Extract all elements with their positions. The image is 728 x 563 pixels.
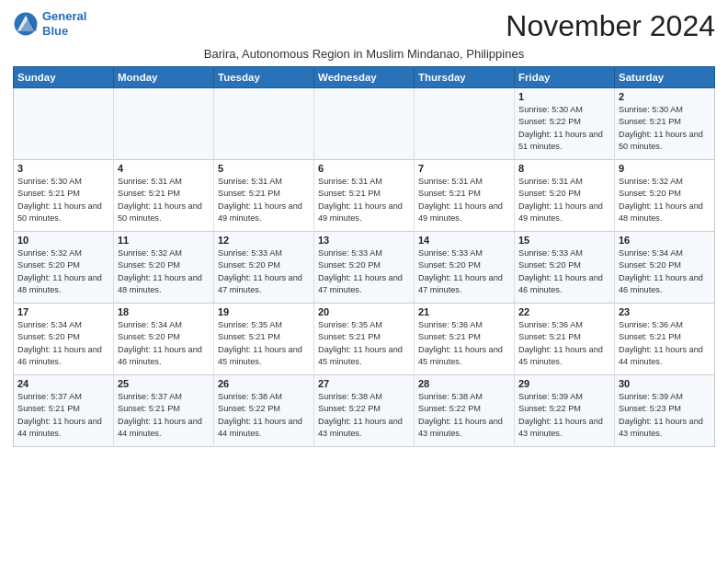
day-info-line: Daylight: 11 hours and 43 minutes. xyxy=(318,416,410,441)
calendar-cell: 13Sunrise: 5:33 AMSunset: 5:20 PMDayligh… xyxy=(314,232,415,304)
day-info-line: Daylight: 11 hours and 49 minutes. xyxy=(218,201,310,225)
day-number: 27 xyxy=(318,378,410,389)
day-info-line: Sunset: 5:21 PM xyxy=(17,403,109,415)
day-info-line: Sunset: 5:21 PM xyxy=(619,331,711,343)
day-info-line: Daylight: 11 hours and 49 minutes. xyxy=(518,201,610,225)
day-info-line: Daylight: 11 hours and 49 minutes. xyxy=(418,201,510,225)
day-info-line: Sunset: 5:21 PM xyxy=(218,188,310,200)
weekday-header-tuesday: Tuesday xyxy=(214,67,314,88)
day-info: Sunrise: 5:33 AMSunset: 5:20 PMDaylight:… xyxy=(518,247,610,296)
day-info-line: Daylight: 11 hours and 46 minutes. xyxy=(17,344,109,369)
day-info-line: Sunrise: 5:32 AM xyxy=(118,247,210,259)
day-info-line: Sunset: 5:22 PM xyxy=(218,403,310,415)
day-info-line: Sunset: 5:20 PM xyxy=(619,188,711,200)
calendar-cell: 1Sunrise: 5:30 AMSunset: 5:22 PMDaylight… xyxy=(515,88,615,160)
logo: General Blue xyxy=(13,9,86,38)
day-info-line: Sunrise: 5:33 AM xyxy=(318,247,410,259)
day-info-line: Sunrise: 5:34 AM xyxy=(118,319,210,331)
header: General Blue November 2024 xyxy=(13,9,715,43)
day-info-line: Sunrise: 5:36 AM xyxy=(619,319,711,331)
day-info-line: Sunrise: 5:33 AM xyxy=(418,247,510,259)
calendar-cell: 21Sunrise: 5:36 AMSunset: 5:21 PMDayligh… xyxy=(415,304,515,375)
day-info-line: Daylight: 11 hours and 46 minutes. xyxy=(118,344,210,369)
calendar-week-2: 3Sunrise: 5:30 AMSunset: 5:21 PMDaylight… xyxy=(14,160,715,232)
day-info-line: Sunrise: 5:37 AM xyxy=(17,391,109,403)
calendar-cell: 24Sunrise: 5:37 AMSunset: 5:21 PMDayligh… xyxy=(14,375,114,447)
calendar-cell: 10Sunrise: 5:32 AMSunset: 5:20 PMDayligh… xyxy=(14,232,114,304)
day-info-line: Sunset: 5:20 PM xyxy=(619,259,711,271)
calendar-cell: 27Sunrise: 5:38 AMSunset: 5:22 PMDayligh… xyxy=(314,375,415,447)
day-number: 24 xyxy=(17,378,109,389)
weekday-header-wednesday: Wednesday xyxy=(314,67,415,88)
day-info-line: Daylight: 11 hours and 44 minutes. xyxy=(17,416,109,441)
day-info-line: Sunset: 5:21 PM xyxy=(619,116,711,128)
day-number: 21 xyxy=(418,306,510,317)
calendar-week-4: 17Sunrise: 5:34 AMSunset: 5:20 PMDayligh… xyxy=(14,304,715,375)
day-info-line: Sunrise: 5:37 AM xyxy=(118,391,210,403)
day-info-line: Daylight: 11 hours and 47 minutes. xyxy=(418,272,510,297)
day-info: Sunrise: 5:37 AMSunset: 5:21 PMDaylight:… xyxy=(118,391,210,440)
calendar-cell xyxy=(14,88,114,160)
calendar-cell: 16Sunrise: 5:34 AMSunset: 5:20 PMDayligh… xyxy=(615,232,715,304)
weekday-header-row: SundayMondayTuesdayWednesdayThursdayFrid… xyxy=(14,67,715,88)
calendar-cell xyxy=(214,88,314,160)
day-info-line: Daylight: 11 hours and 49 minutes. xyxy=(318,201,410,225)
day-info: Sunrise: 5:34 AMSunset: 5:20 PMDaylight:… xyxy=(17,319,109,368)
logo-line1: General xyxy=(42,9,86,23)
calendar-cell xyxy=(114,88,214,160)
day-number: 25 xyxy=(118,378,210,389)
day-info: Sunrise: 5:39 AMSunset: 5:22 PMDaylight:… xyxy=(518,391,610,440)
day-info: Sunrise: 5:31 AMSunset: 5:21 PMDaylight:… xyxy=(118,176,210,224)
day-info-line: Sunset: 5:21 PM xyxy=(218,331,310,343)
day-info: Sunrise: 5:35 AMSunset: 5:21 PMDaylight:… xyxy=(318,319,410,368)
calendar-cell: 23Sunrise: 5:36 AMSunset: 5:21 PMDayligh… xyxy=(615,304,715,375)
day-info-line: Daylight: 11 hours and 46 minutes. xyxy=(619,272,711,297)
day-info-line: Daylight: 11 hours and 43 minutes. xyxy=(619,416,711,441)
day-info-line: Sunrise: 5:38 AM xyxy=(318,391,410,403)
calendar-cell xyxy=(314,88,415,160)
day-info-line: Daylight: 11 hours and 51 minutes. xyxy=(518,129,610,154)
calendar-cell: 2Sunrise: 5:30 AMSunset: 5:21 PMDaylight… xyxy=(615,88,715,160)
calendar-cell: 5Sunrise: 5:31 AMSunset: 5:21 PMDaylight… xyxy=(214,160,314,232)
month-title: November 2024 xyxy=(506,9,715,43)
day-info-line: Sunset: 5:21 PM xyxy=(318,188,410,200)
weekday-header-sunday: Sunday xyxy=(14,67,114,88)
day-info-line: Sunset: 5:22 PM xyxy=(318,403,410,415)
day-info-line: Sunset: 5:21 PM xyxy=(118,403,210,415)
calendar-cell: 17Sunrise: 5:34 AMSunset: 5:20 PMDayligh… xyxy=(14,304,114,375)
calendar-cell: 29Sunrise: 5:39 AMSunset: 5:22 PMDayligh… xyxy=(515,375,615,447)
day-info-line: Sunset: 5:21 PM xyxy=(418,331,510,343)
calendar-cell: 30Sunrise: 5:39 AMSunset: 5:23 PMDayligh… xyxy=(615,375,715,447)
day-info: Sunrise: 5:35 AMSunset: 5:21 PMDaylight:… xyxy=(218,319,310,368)
day-info: Sunrise: 5:33 AMSunset: 5:20 PMDaylight:… xyxy=(318,247,410,296)
day-info-line: Sunrise: 5:30 AM xyxy=(17,176,109,188)
day-number: 23 xyxy=(619,306,711,317)
calendar-cell xyxy=(415,88,515,160)
day-info: Sunrise: 5:36 AMSunset: 5:21 PMDaylight:… xyxy=(518,319,610,368)
day-info-line: Sunset: 5:20 PM xyxy=(17,331,109,343)
day-info: Sunrise: 5:31 AMSunset: 5:20 PMDaylight:… xyxy=(518,176,610,224)
day-info-line: Daylight: 11 hours and 45 minutes. xyxy=(218,344,310,369)
day-info-line: Sunset: 5:21 PM xyxy=(518,331,610,343)
day-number: 7 xyxy=(418,163,510,174)
day-info-line: Sunset: 5:22 PM xyxy=(418,403,510,415)
day-number: 17 xyxy=(17,306,109,317)
calendar-cell: 19Sunrise: 5:35 AMSunset: 5:21 PMDayligh… xyxy=(214,304,314,375)
subtitle: Barira, Autonomous Region in Muslim Mind… xyxy=(13,47,715,61)
day-info: Sunrise: 5:31 AMSunset: 5:21 PMDaylight:… xyxy=(318,176,410,224)
calendar-week-3: 10Sunrise: 5:32 AMSunset: 5:20 PMDayligh… xyxy=(14,232,715,304)
day-number: 9 xyxy=(619,163,711,174)
day-info: Sunrise: 5:30 AMSunset: 5:21 PMDaylight:… xyxy=(619,104,711,153)
day-info-line: Sunrise: 5:32 AM xyxy=(17,247,109,259)
day-info: Sunrise: 5:36 AMSunset: 5:21 PMDaylight:… xyxy=(619,319,711,368)
day-info: Sunrise: 5:32 AMSunset: 5:20 PMDaylight:… xyxy=(17,247,109,296)
day-number: 12 xyxy=(218,235,310,246)
day-info-line: Sunrise: 5:39 AM xyxy=(518,391,610,403)
day-info-line: Daylight: 11 hours and 44 minutes. xyxy=(619,344,711,369)
day-number: 11 xyxy=(118,235,210,246)
day-info-line: Sunrise: 5:31 AM xyxy=(418,176,510,188)
day-info-line: Sunset: 5:20 PM xyxy=(518,259,610,271)
day-number: 1 xyxy=(518,91,610,102)
day-number: 30 xyxy=(619,378,711,389)
day-info: Sunrise: 5:38 AMSunset: 5:22 PMDaylight:… xyxy=(418,391,510,440)
